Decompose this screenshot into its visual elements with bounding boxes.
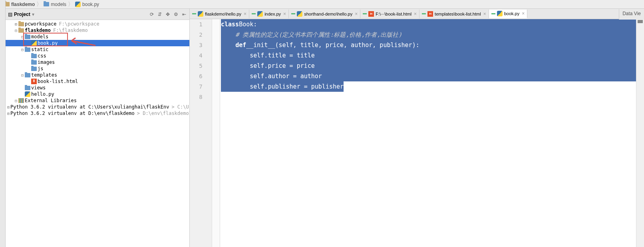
tree-row[interactable]: book.py — [6, 40, 189, 46]
expander-icon[interactable]: ⊞ — [7, 105, 10, 109]
tool-scroll-icon[interactable]: ⟳ — [150, 12, 154, 17]
html-icon: H — [427, 11, 433, 17]
tree-row[interactable]: ⊟External Libraries — [6, 97, 189, 104]
breadcrumb-label: models — [51, 2, 66, 7]
tab-label: flaskdemo\hello.py — [205, 12, 241, 16]
code-line[interactable]: self.title = title — [220, 50, 636, 61]
tree-item-label: book-list.html — [38, 79, 78, 84]
folder-icon — [25, 47, 30, 52]
line-number: 6 — [190, 71, 212, 81]
close-icon[interactable]: × — [522, 11, 525, 16]
tree-item-label: views — [31, 85, 46, 91]
line-number: 1 — [190, 19, 212, 30]
tool-move-icon[interactable]: ✥ — [166, 12, 170, 17]
html-icon: H — [368, 11, 374, 17]
tab-underline — [491, 13, 495, 14]
data-view-panel[interactable]: Data Vie — [619, 9, 644, 20]
line-gutter[interactable]: 12345678 — [190, 19, 212, 247]
editor-tab[interactable]: flaskdemo\hello.py× — [190, 10, 249, 18]
python-icon — [198, 11, 203, 17]
editor-tabs: flaskdemo\hello.py×index.py×shorthand-de… — [190, 9, 644, 19]
tree-row[interactable]: views — [6, 85, 189, 91]
expander-icon[interactable]: ⊟ — [14, 28, 18, 33]
line-number: 2 — [190, 30, 212, 40]
tree-row[interactable]: ⊟templates — [6, 72, 189, 78]
editor-tab[interactable]: Htemplates\book-list.html× — [419, 10, 489, 18]
gear-icon[interactable]: ⚙ — [174, 12, 178, 17]
breadcrumb-item[interactable]: book.py — [73, 2, 101, 7]
tree-row[interactable]: css — [6, 53, 189, 59]
dropdown-icon[interactable]: ▾ — [32, 12, 34, 17]
code-line[interactable] — [220, 92, 636, 102]
tree-row[interactable]: ⊟models — [6, 34, 189, 40]
marker-icon — [638, 20, 643, 23]
expander-icon[interactable]: ⊟ — [14, 99, 18, 103]
expander-icon[interactable]: ⊞ — [7, 111, 10, 116]
close-icon[interactable]: × — [483, 11, 486, 17]
tree-item-label: hello.py — [31, 91, 54, 97]
tab-label: templates\book-list.html — [435, 12, 481, 16]
code-editor[interactable]: class Book: # 类属性的定义(定义书本四个属性:标题,价格,作者,出… — [220, 19, 636, 247]
expander-icon[interactable]: ⊟ — [20, 35, 25, 39]
expander-icon[interactable]: ⊟ — [20, 47, 25, 52]
code-line[interactable]: class Book: — [220, 19, 636, 30]
sidebar-title-label: Project — [14, 12, 30, 17]
folder-icon — [31, 54, 37, 58]
selection: self.price = price — [221, 61, 636, 71]
python-icon — [75, 2, 81, 7]
code-line[interactable]: # 类属性的定义(定义书本四个属性:标题,价格,作者,出版社) — [220, 30, 636, 40]
tree-item-label: flaskdemo — [25, 28, 51, 33]
tool-collapse-icon[interactable]: ⇵ — [158, 12, 162, 17]
close-icon[interactable]: × — [283, 11, 286, 17]
tree-row[interactable]: ⊞pcworkspaceF:\pcworkspace — [6, 21, 189, 27]
editor-tab[interactable]: HF:\···\book-list.html× — [360, 10, 419, 18]
tree-row[interactable]: js — [6, 65, 189, 72]
editor-tab[interactable]: index.py× — [249, 10, 289, 18]
folder-icon — [18, 22, 24, 26]
selection: def __init__(self, title, price, author,… — [221, 40, 636, 50]
code-line[interactable]: def __init__(self, title, price, author,… — [220, 40, 636, 50]
tree-item-path: > D:\env\flaskdemo\Scr — [137, 111, 189, 116]
python-icon — [257, 11, 263, 17]
left-rail[interactable] — [0, 0, 6, 247]
breadcrumb: flaskdemo 〉 models 〉 book.py — [0, 0, 644, 9]
code-line[interactable]: self.author = author — [220, 71, 636, 81]
python-icon — [25, 91, 30, 97]
close-icon[interactable]: × — [244, 11, 246, 17]
tree-row[interactable]: ⊞Python 3.6.2 virtualenv at C:\Users\xul… — [6, 104, 189, 110]
project-tree[interactable]: ⊞pcworkspaceF:\pcworkspace⊟flaskdemoF:\f… — [6, 20, 189, 247]
tab-underline — [422, 13, 426, 14]
close-icon[interactable]: × — [355, 11, 358, 17]
tree-row[interactable]: images — [6, 59, 189, 65]
python-icon — [497, 11, 503, 16]
library-icon — [18, 98, 24, 103]
tree-row[interactable]: hello.py — [6, 91, 189, 97]
tree-row[interactable]: Hbook-list.html — [6, 78, 189, 85]
editor-area: flaskdemo\hello.py×index.py×shorthand-de… — [190, 9, 644, 247]
code-line[interactable]: self.price = price — [220, 61, 636, 71]
tree-row[interactable]: ⊟flaskdemoF:\flaskdemo — [6, 27, 189, 34]
tree-item-label: css — [38, 53, 46, 59]
expander-icon[interactable]: ⊞ — [14, 22, 18, 26]
html-icon: H — [31, 79, 37, 84]
sidebar-title[interactable]: ▤ Project ▾ — [6, 12, 37, 17]
breadcrumb-item[interactable]: models — [41, 2, 69, 7]
tree-item-label: Python 3.6.2 virtualenv at D:\env\flaskd… — [10, 111, 135, 116]
breadcrumb-item[interactable]: flaskdemo — [2, 2, 37, 7]
code-line[interactable]: self.publisher = publisher — [220, 81, 636, 92]
editor-tab[interactable]: shorthand-demo\hello.py× — [289, 10, 360, 18]
editor-tab[interactable]: book.py× — [489, 10, 528, 18]
tree-row[interactable]: ⊟static — [6, 46, 189, 53]
folder-icon — [25, 35, 30, 39]
expander-icon[interactable]: ⊟ — [20, 73, 25, 77]
tree-row[interactable]: ⊞Python 3.6.2 virtualenv at D:\env\flask… — [6, 110, 189, 117]
close-icon[interactable]: × — [414, 11, 417, 17]
line-number: 5 — [190, 61, 212, 71]
tree-item-path: F:\flaskdemo — [53, 28, 88, 33]
hide-icon[interactable]: ⇤ — [182, 12, 186, 17]
gutter-marks — [212, 19, 220, 247]
tab-underline — [363, 13, 367, 14]
sidebar-tools: ⟳ ⇵ ✥ ⚙ ⇤ — [150, 12, 189, 17]
main: ▤ Project ▾ ⟳ ⇵ ✥ ⚙ ⇤ ⊞pcworkspaceF:\pcw… — [0, 9, 644, 247]
breadcrumb-label: book.py — [82, 2, 99, 7]
